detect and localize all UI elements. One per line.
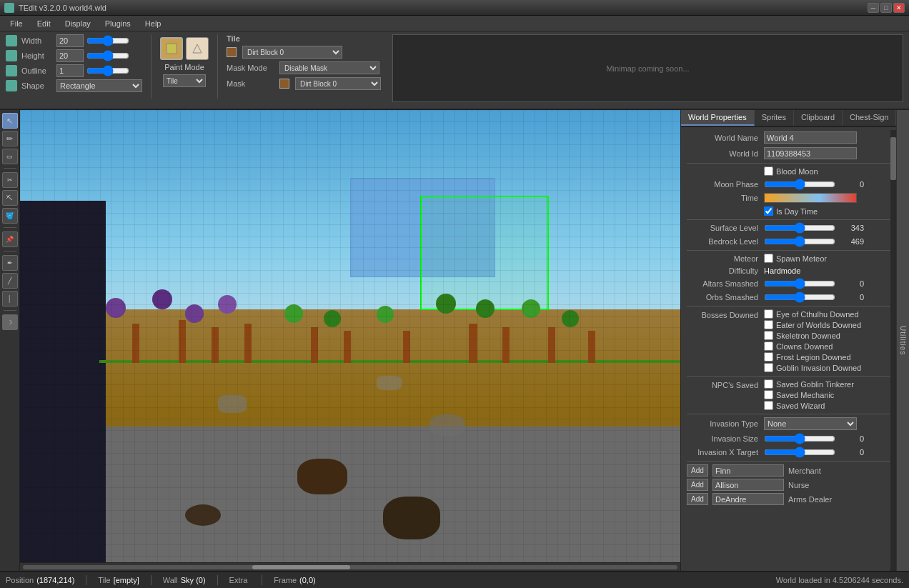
tab-clipboard[interactable]: Clipboard (794, 110, 843, 126)
menu-help[interactable]: Help (138, 18, 169, 29)
npc-name-1[interactable] (712, 464, 784, 477)
menu-plugins[interactable]: Plugins (98, 18, 138, 29)
canvas-scrollbar-h[interactable] (20, 562, 680, 571)
tool-pencil[interactable]: ✏ (2, 131, 18, 146)
npc-mechanic-checkbox[interactable] (764, 390, 773, 399)
position-item: Position (1874,214) (6, 576, 74, 584)
meteor-row: Meteor Spawn Meteor (687, 254, 892, 263)
boss-clowns-checkbox[interactable] (764, 342, 773, 351)
svg-marker-1 (193, 44, 202, 53)
tab-chest-sign[interactable]: Chest-Sign (843, 110, 896, 126)
tool-fill[interactable]: ▭ (2, 149, 18, 164)
shape-select[interactable]: Rectangle (56, 79, 142, 92)
height-row: Height (6, 49, 142, 62)
right-panel-scroll-thumb[interactable] (890, 137, 896, 180)
npc-name-3[interactable] (712, 493, 784, 505)
tool-sep-2 (4, 227, 16, 228)
height-input[interactable] (56, 49, 84, 62)
boss-goblin-checkbox[interactable] (764, 363, 773, 372)
tool-select[interactable]: ↖ (2, 113, 18, 129)
toolbar-sep-1 (151, 34, 152, 99)
npcs-label: NPC's Saved (687, 381, 758, 389)
menu-file[interactable]: File (3, 18, 30, 29)
boss-eye-checkbox[interactable] (764, 309, 773, 319)
world-canvas[interactable] (20, 110, 680, 562)
height-slider[interactable] (86, 51, 129, 61)
boss-frost: Frost Legion Downed (764, 352, 861, 362)
world-id-label: World Id (687, 149, 758, 158)
invasion-x-slider[interactable] (764, 447, 835, 457)
spawn-meteor-label: Spawn Meteor (776, 254, 827, 263)
tile-item: Tile [empty] (98, 576, 139, 584)
stone-2 (377, 376, 402, 390)
divider-3 (687, 250, 892, 251)
mask-select[interactable]: Dirt Block 0 (295, 77, 381, 90)
menu-display[interactable]: Display (58, 18, 98, 29)
npc-add-btn-3[interactable]: Add (687, 493, 708, 505)
tool-pick[interactable]: ✂ (2, 172, 18, 188)
tile-select[interactable]: Dirt Block 0 (242, 46, 342, 59)
tool-mine[interactable]: ⛏ (2, 190, 18, 206)
npc-wizard-checkbox[interactable] (764, 401, 773, 410)
mask-mode-select[interactable]: Disable Mask (279, 61, 379, 74)
utilities-tab[interactable]: Utilities (896, 110, 909, 571)
orbs-slider[interactable] (764, 292, 835, 302)
maximize-button[interactable]: □ (880, 3, 892, 13)
npc-goblin-checkbox[interactable] (764, 379, 773, 389)
tool-morph[interactable]: ☽ (2, 314, 18, 330)
blood-moon-checkbox[interactable] (764, 166, 773, 176)
stone-1 (218, 395, 247, 413)
brush-tool[interactable] (160, 37, 183, 60)
npc-name-2[interactable] (712, 479, 784, 491)
width-input[interactable] (56, 34, 84, 47)
invasion-type-select[interactable]: None (764, 417, 857, 430)
bosses-row: Bosses Downed Eye of Cthulhu Downed Eate… (687, 309, 892, 372)
app-icon-h (6, 50, 17, 61)
tool-bucket[interactable]: 🪣 (2, 208, 18, 224)
tool-vert[interactable]: │ (2, 291, 18, 307)
bedrock-level-slider[interactable] (764, 236, 835, 246)
is-day-checkbox[interactable] (764, 206, 773, 216)
boss-skeletron: Skeletron Downed (764, 331, 861, 340)
boss-skeletron-label: Skeletron Downed (776, 332, 840, 340)
scroll-thumb-h[interactable] (252, 565, 350, 569)
meteor-checkbox[interactable] (764, 254, 773, 263)
boss-eye-label: Eye of Cthulhu Downed (776, 310, 859, 319)
outline-slider[interactable] (86, 66, 129, 76)
npc-add-btn-1[interactable]: Add (687, 464, 708, 477)
boss-eow-checkbox[interactable] (764, 320, 773, 329)
boss-skeletron-checkbox[interactable] (764, 331, 773, 340)
width-slider[interactable] (86, 36, 129, 46)
divider-5 (687, 376, 892, 377)
close-button[interactable]: ✕ (893, 3, 905, 13)
tool-line[interactable]: ╱ (2, 273, 18, 289)
difficulty-label: Difficulty (687, 266, 758, 275)
tab-sprites[interactable]: Sprites (755, 110, 794, 126)
surface-level-slider[interactable] (764, 223, 835, 233)
eraser-tool[interactable] (186, 37, 209, 60)
tile-mode-select[interactable]: Tile (163, 74, 206, 87)
boss-frost-checkbox[interactable] (764, 352, 773, 362)
extra-item: Extra (229, 576, 251, 584)
world-id-input[interactable] (764, 147, 857, 159)
world-name-label: World Name (687, 134, 758, 142)
minimize-button[interactable]: ─ (868, 3, 879, 13)
tab-world-properties[interactable]: World Properties (681, 110, 755, 126)
orbs-row: Orbs Smashed 0 (687, 292, 892, 302)
tile-header: Tile (227, 34, 381, 43)
tool-pin[interactable]: 📌 (2, 231, 18, 247)
right-panel-scrollbar[interactable] (890, 130, 896, 571)
altars-slider[interactable] (764, 279, 835, 289)
menubar: File Edit Display Plugins Help (0, 16, 909, 31)
height-label: Height (21, 51, 54, 60)
titlebar-controls[interactable]: ─ □ ✕ (868, 3, 905, 13)
wall-item: Wall Sky (0) (163, 576, 206, 584)
world-name-input[interactable] (764, 131, 857, 144)
outline-input[interactable] (56, 64, 84, 77)
invasion-size-slider[interactable] (764, 434, 835, 444)
menu-edit[interactable]: Edit (30, 18, 58, 29)
npc-add-btn-2[interactable]: Add (687, 479, 708, 491)
tool-draw[interactable]: ✒ (2, 255, 18, 271)
moon-phase-slider[interactable] (764, 179, 835, 189)
bedrock-level-row: Bedrock Level 469 (687, 236, 892, 246)
